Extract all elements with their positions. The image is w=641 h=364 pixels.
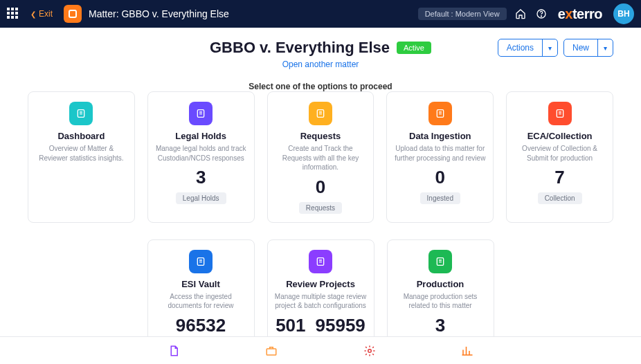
card-icon: [309, 102, 332, 125]
card-count-2: 95959: [316, 315, 365, 336]
card-desc: Manage production sets related to this m…: [395, 292, 487, 311]
card-title: Dashboard: [57, 131, 105, 141]
card-desc: Access the ingested documents for review: [155, 292, 247, 311]
card-desc: Create and Track the Requests with all t…: [275, 144, 367, 172]
card-tag: Requests: [299, 202, 342, 214]
card-title: ESI Vault: [181, 279, 220, 289]
row1-card-0[interactable]: DashboardOverview of Matter & Reviewer s…: [28, 91, 135, 223]
avatar[interactable]: BH: [613, 3, 634, 24]
card-desc: Overview of Collection & Submit for prod…: [514, 144, 606, 163]
chart-icon[interactable]: [461, 345, 473, 357]
row1-card-4[interactable]: ECA/CollectionOverview of Collection & S…: [506, 91, 613, 223]
view-badge[interactable]: Default : Modern View: [418, 8, 507, 20]
card-icon: [428, 102, 452, 125]
actions-button-label[interactable]: Actions: [498, 39, 542, 56]
card-title: Data Ingestion: [409, 131, 471, 141]
card-tag: Legal Holds: [176, 192, 226, 204]
card-tag: Ingested: [420, 192, 460, 204]
apps-grid-icon[interactable]: [7, 8, 19, 20]
card-desc: Manage legal holds and track Custodian/N…: [155, 144, 247, 163]
matter-icon: [64, 5, 82, 23]
card-desc: Manage multiple stage review project & b…: [275, 292, 367, 311]
row1-card-1[interactable]: Legal HoldsManage legal holds and track …: [147, 91, 255, 223]
help-icon[interactable]: [534, 7, 548, 21]
exit-label: Exit: [39, 9, 53, 19]
card-icon: [69, 102, 93, 125]
home-icon[interactable]: [514, 7, 527, 21]
brand-logo: exterro: [558, 6, 602, 22]
card-count-1: 501: [276, 315, 305, 336]
actions-button[interactable]: Actions ▾: [498, 39, 558, 57]
row1-card-2[interactable]: RequestsCreate and Track the Requests wi…: [267, 91, 374, 223]
card-count: 7: [554, 167, 564, 188]
status-badge: Active: [397, 42, 431, 54]
card-title: Legal Holds: [175, 131, 226, 141]
card-count: 0: [316, 176, 325, 198]
svg-rect-10: [267, 349, 277, 355]
chevron-down-icon[interactable]: ▾: [597, 39, 613, 56]
briefcase-icon[interactable]: [265, 345, 278, 357]
page-title: GBBO v. Everything Else: [210, 39, 390, 57]
card-icon: [189, 102, 213, 125]
top-bar: ❮ Exit Matter: GBBO v. Everything Else D…: [0, 0, 641, 28]
open-another-matter-link[interactable]: Open another matter: [28, 60, 613, 69]
card-title: ECA/Collection: [527, 131, 593, 141]
card-count: 3: [196, 167, 206, 188]
svg-point-11: [368, 349, 372, 352]
doc-icon[interactable]: [168, 345, 180, 357]
card-count: 3: [435, 315, 445, 336]
gear-icon[interactable]: [363, 345, 376, 357]
card-desc: Upload data to this matter for further p…: [394, 144, 486, 163]
card-icon: [428, 250, 452, 273]
card-desc: Overview of Matter & Reviewer statistics…: [35, 144, 127, 163]
action-row: Actions ▾ New ▾: [498, 39, 613, 57]
cards-row-1: DashboardOverview of Matter & Reviewer s…: [28, 91, 613, 223]
chevron-down-icon[interactable]: ▾: [542, 39, 557, 56]
card-icon: [189, 250, 213, 273]
card-icon: [309, 250, 332, 273]
row1-card-3[interactable]: Data IngestionUpload data to this matter…: [386, 91, 494, 223]
card-tag: Collection: [538, 192, 582, 204]
chevron-left-icon: ❮: [30, 10, 36, 18]
card-title: Requests: [300, 131, 341, 141]
card-count: 96532: [176, 315, 226, 336]
new-button-label[interactable]: New: [564, 39, 597, 56]
svg-point-1: [541, 16, 541, 17]
subtitle: Select one of the options to proceed: [28, 82, 613, 91]
card-title: Production: [417, 279, 464, 289]
bottom-bar: [0, 336, 641, 364]
card-icon: [548, 102, 572, 125]
new-button[interactable]: New ▾: [563, 39, 613, 57]
card-count: 0: [435, 167, 445, 188]
matter-title: Matter: GBBO v. Everything Else: [89, 8, 229, 19]
exit-button[interactable]: ❮ Exit: [26, 8, 57, 20]
card-title: Review Projects: [286, 279, 355, 289]
